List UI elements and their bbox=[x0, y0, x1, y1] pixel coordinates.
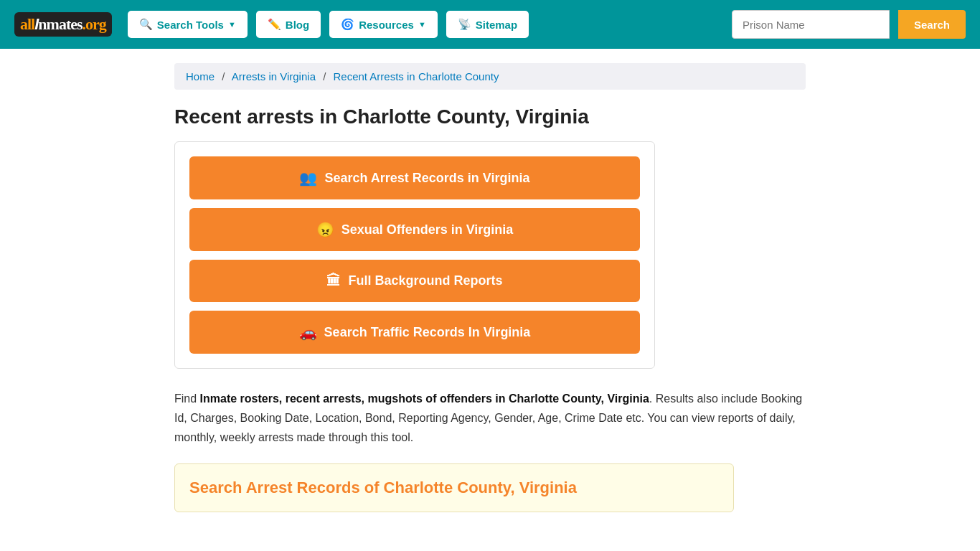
search-section: Search Arrest Records of Charlotte Count… bbox=[174, 463, 734, 512]
site-header: allInmates.org 🔍 Search Tools ▼ ✏️ Blog … bbox=[0, 0, 980, 49]
car-icon: 🚗 bbox=[299, 324, 317, 341]
search-tools-label: Search Tools bbox=[157, 19, 224, 31]
page-title: Recent arrests in Charlotte County, Virg… bbox=[174, 105, 806, 128]
prison-search-button[interactable]: Search bbox=[898, 10, 966, 39]
breadcrumb: Home / Arrests in Virginia / Recent Arre… bbox=[174, 63, 806, 90]
blog-icon: ✏️ bbox=[268, 18, 281, 31]
breadcrumb-current: Recent Arrests in Charlotte County bbox=[334, 70, 499, 83]
prison-search-input[interactable] bbox=[732, 10, 890, 39]
search-tools-button[interactable]: 🔍 Search Tools ▼ bbox=[128, 11, 248, 38]
offender-icon: 😠 bbox=[316, 221, 334, 238]
search-section-title: Search Arrest Records of Charlotte Count… bbox=[189, 479, 719, 497]
description-bold: Inmate rosters, recent arrests, mugshots… bbox=[200, 392, 649, 405]
background-reports-label: Full Background Reports bbox=[348, 273, 502, 288]
sitemap-button[interactable]: 📡 Sitemap bbox=[446, 11, 529, 38]
sexual-offenders-button[interactable]: 😠 Sexual Offenders in Virginia bbox=[189, 208, 640, 251]
description-prefix: Find bbox=[174, 392, 200, 405]
breadcrumb-arrests-virginia[interactable]: Arrests in Virginia bbox=[232, 70, 316, 83]
sitemap-icon: 📡 bbox=[458, 18, 471, 31]
action-buttons-card: 👥 Search Arrest Records in Virginia 😠 Se… bbox=[174, 141, 655, 369]
chevron-down-icon-2: ▼ bbox=[418, 20, 426, 29]
traffic-records-label: Search Traffic Records In Virginia bbox=[324, 325, 531, 340]
blog-label: Blog bbox=[286, 19, 309, 31]
main-content: Home / Arrests in Virginia / Recent Arre… bbox=[160, 49, 820, 541]
search-tools-icon: 🔍 bbox=[139, 18, 153, 31]
resources-button[interactable]: 🌀 Resources ▼ bbox=[329, 11, 438, 38]
blog-button[interactable]: ✏️ Blog bbox=[256, 11, 321, 38]
people-icon: 👥 bbox=[299, 169, 317, 187]
building-icon: 🏛 bbox=[326, 273, 341, 289]
sitemap-label: Sitemap bbox=[476, 19, 517, 31]
breadcrumb-home[interactable]: Home bbox=[186, 70, 215, 83]
chevron-down-icon: ▼ bbox=[228, 20, 236, 29]
sexual-offenders-label: Sexual Offenders in Virginia bbox=[341, 222, 514, 237]
breadcrumb-sep-2: / bbox=[323, 70, 326, 83]
resources-label: Resources bbox=[359, 19, 414, 31]
description-text: Find Inmate rosters, recent arrests, mug… bbox=[174, 389, 806, 448]
logo[interactable]: allInmates.org bbox=[14, 12, 112, 37]
resources-icon: 🌀 bbox=[341, 18, 354, 31]
arrest-records-button[interactable]: 👥 Search Arrest Records in Virginia bbox=[189, 156, 640, 199]
traffic-records-button[interactable]: 🚗 Search Traffic Records In Virginia bbox=[189, 311, 640, 354]
arrest-records-label: Search Arrest Records in Virginia bbox=[324, 171, 529, 186]
background-reports-button[interactable]: 🏛 Full Background Reports bbox=[189, 260, 640, 302]
breadcrumb-sep-1: / bbox=[222, 70, 225, 83]
